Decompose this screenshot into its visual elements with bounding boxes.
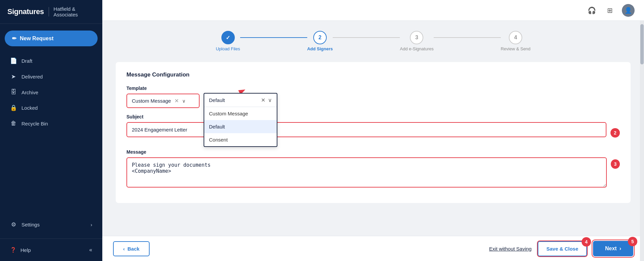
dropdown-header-text: Default	[209, 97, 225, 103]
annotation-badge-4: 4	[582, 237, 591, 247]
draft-label: Draft	[21, 58, 33, 64]
sidebar-item-delivered[interactable]: ➤ Delivered	[5, 69, 98, 84]
locked-label: Locked	[21, 105, 38, 111]
template-label: Template	[126, 86, 620, 91]
save-close-label: Save & Close	[546, 246, 578, 252]
exit-without-saving-button[interactable]: Exit without Saving	[489, 246, 532, 252]
app-title: Signatures	[7, 7, 44, 16]
avatar[interactable]: 👤	[622, 4, 635, 17]
right-actions: Exit without Saving Save & Close 4 Next …	[489, 241, 633, 256]
next-label: Next	[605, 246, 617, 252]
top-bar: 🎧 ⊞ 👤	[102, 0, 644, 21]
sidebar-item-draft[interactable]: 📄 Draft	[5, 54, 98, 68]
step-1-upload: ✓ Upload Files	[216, 31, 240, 51]
sidebar: Signatures Hatfield & Associates ✏ New R…	[0, 0, 102, 261]
sidebar-header: Signatures Hatfield & Associates	[0, 0, 102, 24]
connector-1-2	[240, 37, 307, 38]
dropdown-option-consent[interactable]: Consent	[204, 133, 277, 146]
step-4-review: 4 Review & Send	[501, 31, 531, 51]
step-1-label: Upload Files	[216, 46, 240, 51]
section-title: Message Configuration	[126, 71, 620, 78]
annotation-badge-3: 3	[611, 159, 620, 169]
sidebar-footer: ❓ Help «	[0, 239, 102, 261]
send-icon: ➤	[10, 73, 17, 80]
delivered-label: Delivered	[21, 74, 43, 80]
step-2-circle: 2	[313, 31, 327, 44]
back-label: Back	[127, 246, 140, 252]
document-icon: 📄	[10, 57, 17, 64]
template-field-group: Template Custom Message ✕ ∨ 1	[126, 86, 620, 108]
grid-icon[interactable]: ⊞	[604, 4, 616, 16]
archive-icon: 🗄	[10, 89, 17, 96]
back-button[interactable]: ‹ Back	[113, 241, 150, 256]
template-select[interactable]: Custom Message ✕ ∨	[126, 94, 200, 108]
sidebar-item-archive[interactable]: 🗄 Archive	[5, 85, 98, 99]
sidebar-item-help[interactable]: ❓ Help «	[5, 244, 98, 256]
step-2-signers: 2 Add Signers	[307, 31, 333, 51]
stepper: ✓ Upload Files 2 Add Signers 3 Add e-Sig…	[116, 31, 631, 51]
chevron-down-icon[interactable]: ∨	[182, 98, 185, 104]
subject-input[interactable]	[126, 122, 606, 137]
connector-2-3	[333, 37, 400, 38]
main-content: 🎧 ⊞ 👤 ✓ Upload Files 2 Add Signers 3 Add…	[102, 0, 644, 261]
step-2-label: Add Signers	[307, 46, 333, 51]
sidebar-item-locked[interactable]: 🔒 Locked	[5, 101, 98, 115]
company-name: Hatfield & Associates	[54, 6, 95, 17]
message-config-card: Message Configuration Template Custom Me…	[116, 62, 631, 203]
step-3-label: Add e-Signatures	[400, 46, 433, 51]
recycle-bin-label: Recycle Bin	[21, 121, 48, 126]
annotation-badge-5: 5	[628, 237, 637, 246]
chevron-left-icon: ‹	[123, 246, 125, 252]
step-4-label: Review & Send	[501, 46, 531, 51]
template-value: Custom Message	[132, 98, 171, 104]
message-field-group: Message Please sign your documents <Comp…	[126, 149, 620, 188]
content-area: ✓ Upload Files 2 Add Signers 3 Add e-Sig…	[102, 21, 644, 236]
step-4-circle: 4	[509, 31, 522, 44]
gear-icon: ⚙	[10, 221, 17, 228]
settings-label: Settings	[21, 222, 40, 227]
dropdown-header: Default ✕ ∨	[204, 94, 277, 107]
trash-icon: 🗑	[10, 120, 17, 127]
lock-icon: 🔒	[10, 104, 17, 111]
chevron-right-icon: ›	[620, 246, 621, 252]
dropdown-option-default[interactable]: Default	[204, 120, 277, 133]
pencil-icon: ✏	[12, 35, 16, 42]
new-request-label: New Request	[20, 36, 53, 42]
header-divider	[49, 7, 49, 16]
annotation-badge-2: 2	[610, 128, 620, 138]
dropdown-clear-icon[interactable]: ✕	[261, 97, 265, 103]
save-close-button[interactable]: Save & Close	[538, 241, 587, 256]
help-icon: ❓	[10, 247, 16, 253]
connector-3-4	[434, 37, 501, 38]
dropdown-popup: Default ✕ ∨ Custom Message Default Conse…	[204, 93, 277, 147]
collapse-icon[interactable]: «	[89, 247, 92, 253]
sidebar-item-settings[interactable]: ⚙ Settings ›	[5, 217, 98, 232]
chevron-right-icon: ›	[91, 222, 92, 227]
subject-field-group: Subject 2	[126, 114, 620, 143]
archive-label: Archive	[21, 90, 38, 95]
help-label: Help	[20, 247, 31, 253]
sidebar-nav: ✏ New Request 📄 Draft ➤ Delivered 🗄 Arch…	[0, 24, 102, 239]
step-3-esig: 3 Add e-Signatures	[400, 31, 433, 51]
exit-label: Exit without Saving	[489, 246, 532, 252]
new-request-button[interactable]: ✏ New Request	[5, 31, 98, 46]
sidebar-item-recycle-bin[interactable]: 🗑 Recycle Bin	[5, 116, 98, 130]
subject-label: Subject	[126, 114, 620, 119]
dropdown-option-custom-message[interactable]: Custom Message	[204, 107, 277, 120]
headset-icon[interactable]: 🎧	[586, 4, 598, 16]
step-3-circle: 3	[410, 31, 423, 44]
message-textarea[interactable]: Please sign your documents <CompanyName>	[126, 157, 607, 188]
next-button[interactable]: Next ›	[593, 241, 633, 256]
step-1-circle: ✓	[221, 31, 235, 44]
dropdown-controls: ✕ ∨	[261, 97, 272, 103]
clear-icon[interactable]: ✕	[174, 98, 179, 104]
bottom-bar: ‹ Back Exit without Saving Save & Close …	[102, 236, 644, 261]
dropdown-chevron-icon[interactable]: ∨	[268, 97, 272, 103]
message-label: Message	[126, 149, 620, 155]
